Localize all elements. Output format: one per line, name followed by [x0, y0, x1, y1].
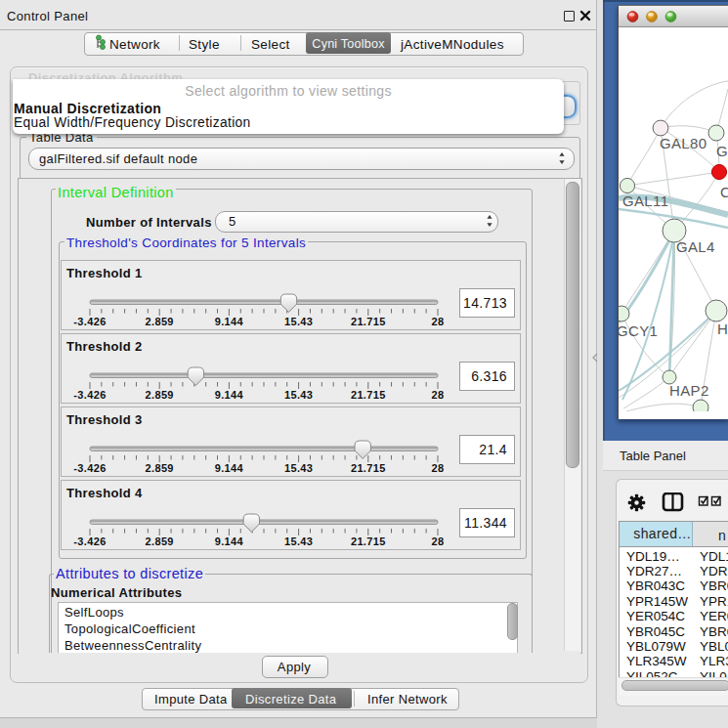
svg-text:9.144: 9.144 [215, 462, 244, 474]
svg-text:2.859: 2.859 [146, 462, 174, 474]
svg-text:-3.426: -3.426 [73, 316, 106, 327]
svg-text:9.144: 9.144 [215, 316, 244, 327]
svg-text:28: 28 [432, 389, 445, 401]
svg-text:GAL80: GAL80 [660, 135, 707, 151]
svg-text:GA: GA [716, 143, 728, 159]
svg-text:15.43: 15.43 [284, 535, 313, 547]
svg-text:-3.426: -3.426 [73, 462, 106, 474]
svg-text:21.715: 21.715 [351, 316, 386, 327]
svg-text:15.43: 15.43 [284, 316, 313, 327]
svg-text:2.859: 2.859 [146, 535, 174, 547]
svg-text:9.144: 9.144 [215, 389, 244, 401]
svg-text:HAP2: HAP2 [669, 382, 709, 399]
svg-text:28: 28 [432, 462, 445, 474]
svg-text:15.43: 15.43 [284, 462, 313, 474]
svg-text:21.715: 21.715 [351, 462, 386, 474]
svg-text:-3.426: -3.426 [73, 535, 106, 547]
svg-text:GCY1: GCY1 [619, 322, 658, 339]
svg-text:15.43: 15.43 [284, 389, 313, 401]
svg-text:-3.426: -3.426 [73, 389, 106, 401]
svg-text:21.715: 21.715 [351, 389, 386, 401]
svg-text:2.859: 2.859 [146, 389, 174, 401]
svg-text:C: C [720, 184, 728, 200]
svg-text:H: H [717, 321, 728, 337]
svg-text:GAL11: GAL11 [622, 193, 668, 209]
svg-text:9.144: 9.144 [215, 535, 244, 547]
svg-text:2.859: 2.859 [146, 316, 174, 327]
svg-text:28: 28 [432, 535, 445, 547]
svg-text:GAL4: GAL4 [676, 238, 715, 255]
svg-text:21.715: 21.715 [351, 535, 386, 547]
svg-text:28: 28 [432, 316, 445, 327]
